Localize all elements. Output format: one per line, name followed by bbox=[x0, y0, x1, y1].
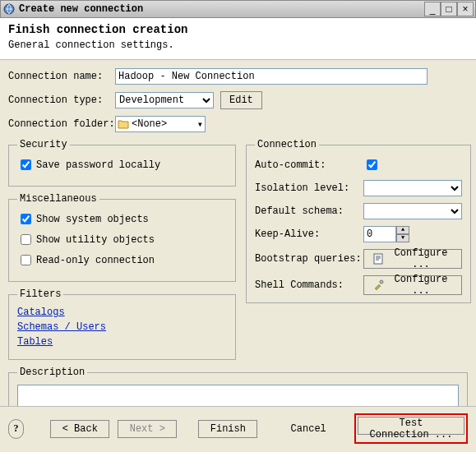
default-schema-label: Default schema: bbox=[255, 205, 363, 217]
titlebar: Create new connection _ □ × bbox=[0, 0, 476, 18]
spin-down-icon[interactable]: ▼ bbox=[396, 234, 409, 242]
default-schema-select[interactable] bbox=[363, 203, 462, 219]
folder-value: <None> bbox=[129, 118, 197, 130]
keep-alive-input[interactable] bbox=[363, 226, 396, 242]
chevron-down-icon: ▾ bbox=[197, 118, 203, 131]
tools-icon bbox=[372, 279, 384, 291]
page-subtitle: General connection settings. bbox=[8, 39, 468, 51]
misc-legend: Miscellaneous bbox=[17, 193, 99, 205]
readonly-label: Read-only connection bbox=[36, 255, 155, 266]
keep-alive-spinner[interactable]: ▲ ▼ bbox=[363, 226, 413, 242]
bootstrap-label: Bootstrap queries: bbox=[255, 253, 363, 265]
svg-rect-1 bbox=[374, 254, 382, 264]
close-button[interactable]: × bbox=[457, 2, 474, 16]
isolation-label: Isolation level: bbox=[255, 182, 363, 194]
security-legend: Security bbox=[17, 139, 70, 150]
page-title: Finish connection creation bbox=[8, 23, 468, 36]
schemas-link[interactable]: Schemas / Users bbox=[17, 321, 227, 333]
catalogs-link[interactable]: Catalogs bbox=[17, 307, 227, 318]
connection-folder-select[interactable]: <None> ▾ bbox=[115, 116, 206, 132]
misc-group: Miscellaneous Show system objects Show u… bbox=[8, 193, 236, 282]
keep-alive-label: Keep-Alive: bbox=[255, 228, 363, 240]
test-connection-highlight: Test Connection ... bbox=[354, 413, 468, 444]
description-legend: Description bbox=[17, 367, 87, 378]
wizard-footer: ? < Back Next > Finish Cancel Test Conne… bbox=[0, 406, 476, 452]
wizard-header: Finish connection creation General conne… bbox=[0, 18, 476, 60]
shell-label: Shell Commands: bbox=[255, 279, 363, 291]
save-password-label: Save password locally bbox=[36, 159, 160, 171]
spin-up-icon[interactable]: ▲ bbox=[396, 226, 409, 234]
connection-name-label: Connection name: bbox=[8, 71, 115, 82]
help-button[interactable]: ? bbox=[8, 419, 24, 439]
isolation-select[interactable] bbox=[363, 180, 462, 196]
show-utility-checkbox[interactable] bbox=[21, 234, 31, 245]
app-icon bbox=[2, 2, 16, 16]
tables-link[interactable]: Tables bbox=[17, 336, 227, 348]
shell-configure-button[interactable]: Configure ... bbox=[363, 275, 462, 295]
connection-name-input[interactable] bbox=[115, 68, 427, 85]
connection-group: Connection Auto-commit: Isolation level:… bbox=[246, 139, 471, 303]
show-system-label: Show system objects bbox=[36, 214, 149, 225]
script-icon bbox=[372, 253, 384, 265]
connection-type-select[interactable]: Development bbox=[115, 92, 214, 108]
auto-commit-label: Auto-commit: bbox=[255, 159, 363, 171]
window-title: Create new connection bbox=[19, 3, 424, 15]
security-group: Security Save password locally bbox=[8, 139, 236, 187]
folder-icon bbox=[118, 119, 129, 129]
next-button: Next > bbox=[118, 420, 177, 438]
minimize-button[interactable]: _ bbox=[424, 2, 441, 16]
back-button[interactable]: < Back bbox=[50, 420, 109, 438]
edit-button[interactable]: Edit bbox=[220, 91, 262, 109]
auto-commit-checkbox[interactable] bbox=[367, 159, 377, 170]
connection-folder-label: Connection folder: bbox=[8, 118, 115, 130]
bootstrap-configure-button[interactable]: Configure ... bbox=[363, 249, 462, 269]
save-password-checkbox[interactable] bbox=[21, 159, 31, 170]
cancel-button[interactable]: Cancel bbox=[279, 420, 338, 438]
show-utility-label: Show utility objects bbox=[36, 234, 155, 246]
finish-button[interactable]: Finish bbox=[198, 420, 257, 438]
maximize-button[interactable]: □ bbox=[441, 2, 457, 16]
filters-legend: Filters bbox=[17, 288, 63, 300]
readonly-checkbox[interactable] bbox=[21, 255, 31, 265]
filters-group: Filters Catalogs Schemas / Users Tables bbox=[8, 288, 236, 360]
test-connection-button[interactable]: Test Connection ... bbox=[358, 417, 464, 435]
show-system-checkbox[interactable] bbox=[21, 214, 31, 224]
connection-type-label: Connection type: bbox=[8, 95, 115, 106]
connection-legend: Connection bbox=[255, 139, 319, 150]
svg-point-2 bbox=[380, 280, 383, 284]
